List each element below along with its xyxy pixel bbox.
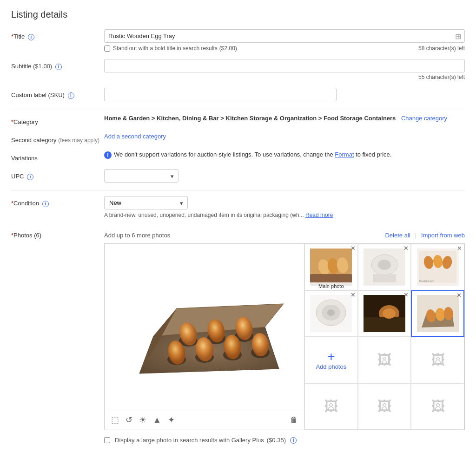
condition-content: New Used For parts or not working A bran…: [104, 196, 465, 218]
thumb-grid: ✕ Main photo ✕: [304, 244, 464, 430]
variations-content: i We don't support variations for auctio…: [104, 151, 465, 159]
add-photos-plus-icon: +: [327, 350, 335, 363]
empty-thumb-1[interactable]: 🖼: [358, 337, 411, 383]
second-category-row: Second category (fees may apply) Add a s…: [11, 133, 465, 144]
bold-title-text: Stand out with a bold title in search re…: [113, 45, 218, 52]
empty-thumb-icon-2: 🖼: [431, 352, 445, 368]
empty-thumb-3[interactable]: 🖼: [304, 383, 358, 430]
photos-row: *Photos (6) Add up to 6 more photos Dele…: [11, 232, 465, 444]
title-row: *Title i ⊞ Stand out with a bold title i…: [11, 29, 465, 52]
svg-point-40: [383, 308, 396, 319]
bold-title-cost: ($2.00): [219, 45, 237, 52]
brightness-tool-icon[interactable]: ☀: [139, 415, 146, 425]
category-content: Home & Garden > Kitchen, Dining & Bar > …: [104, 115, 465, 122]
category-row: *Category Home & Garden > Kitchen, Dinin…: [11, 115, 465, 125]
contrast-tool-icon[interactable]: ▲: [153, 415, 161, 425]
empty-thumb-5[interactable]: 🖼: [411, 383, 464, 430]
gallery-plus-checkbox[interactable]: [104, 437, 110, 443]
thumb-remove-4[interactable]: ✕: [350, 292, 356, 298]
thumb-remove-3[interactable]: ✕: [457, 245, 462, 251]
custom-label-text: Custom label (SKU): [11, 92, 65, 98]
thumb-cell-6[interactable]: ✕: [411, 290, 464, 337]
photos-header-right: Delete all | Import from web: [385, 232, 465, 239]
title-icon: ⊞: [455, 32, 461, 40]
bold-title-checkbox[interactable]: [104, 46, 110, 52]
thumb-cell-1[interactable]: ✕ Main photo: [304, 244, 358, 290]
variations-note: i We don't support variations for auctio…: [104, 151, 465, 159]
main-photo-cell: ⬚ ↺ ☀ ▲ ✦ 🗑: [105, 244, 304, 430]
variations-format-link[interactable]: Format: [335, 151, 354, 158]
custom-label-input[interactable]: [104, 88, 337, 101]
second-category-content: Add a second category: [104, 133, 465, 140]
change-category-link[interactable]: Change category: [401, 115, 447, 122]
title-label: *Title i: [11, 29, 104, 40]
rotate-tool-icon[interactable]: ↺: [126, 415, 132, 425]
title-input[interactable]: [104, 29, 465, 43]
add-second-category-link[interactable]: Add a second category: [104, 133, 166, 140]
title-info-icon[interactable]: i: [28, 34, 34, 40]
main-photo-img-area: [105, 244, 304, 410]
empty-thumb-2[interactable]: 🖼: [411, 337, 464, 383]
photos-count: (6): [34, 232, 41, 239]
thumb-remove-2[interactable]: ✕: [403, 245, 409, 251]
condition-note: A brand-new, unused, unopened, undamaged…: [104, 212, 465, 218]
magic-tool-icon[interactable]: ✦: [168, 415, 175, 425]
main-photo-svg: [116, 262, 293, 392]
thumb-img-4: [310, 295, 352, 332]
import-from-web-link[interactable]: Import from web: [421, 232, 465, 239]
thumb-img-6: [417, 295, 459, 332]
photos-header: Add up to 6 more photos Delete all | Imp…: [104, 232, 465, 239]
empty-thumb-4[interactable]: 🖼: [358, 383, 411, 430]
subtitle-row: Subtitle ($1.00) i 55 character(s) left: [11, 59, 465, 80]
subtitle-info-icon[interactable]: i: [55, 64, 62, 70]
gallery-plus-info-icon[interactable]: i: [290, 437, 297, 444]
upc-row: UPC i Does not apply Enter UPC: [11, 169, 465, 183]
second-category-note: (fees may apply): [58, 137, 99, 144]
subtitle-input[interactable]: [104, 59, 465, 72]
delete-tool-icon[interactable]: 🗑: [290, 416, 298, 424]
thumb-cell-2[interactable]: ✕: [358, 244, 411, 290]
svg-point-25: [378, 260, 391, 270]
thumb-remove-5[interactable]: ✕: [403, 292, 409, 298]
photos-grid-wrapper: ⬚ ↺ ☀ ▲ ✦ 🗑 ✕: [104, 243, 465, 430]
upc-select[interactable]: Does not apply Enter UPC: [104, 169, 178, 183]
empty-thumb-icon-3: 🖼: [324, 399, 338, 414]
subtitle-label-text: Subtitle: [11, 63, 31, 70]
photos-label: *Photos (6): [11, 232, 104, 239]
subtitle-field-content: 55 character(s) left: [104, 59, 465, 80]
add-photos-cell[interactable]: + Add photos: [304, 337, 358, 383]
add-photos-label: Add photos: [316, 363, 346, 370]
thumb-img-1: [310, 249, 352, 286]
delete-all-link[interactable]: Delete all: [385, 232, 410, 239]
condition-select-wrapper: New Used For parts or not working: [104, 196, 188, 209]
gallery-plus-cost: ($0.35): [267, 437, 286, 444]
thumb-remove-6[interactable]: ✕: [456, 292, 462, 298]
variations-info-icon: i: [104, 151, 112, 159]
thumb-cell-4[interactable]: ✕: [304, 290, 358, 337]
condition-label: *Condition i: [11, 196, 104, 207]
empty-thumb-icon-5: 🖼: [431, 399, 445, 414]
thumb-remove-1[interactable]: ✕: [350, 245, 356, 251]
svg-point-36: [327, 309, 335, 316]
add-more-photos-text: Add up to 6 more photos: [104, 232, 170, 239]
condition-read-more-link[interactable]: Read more: [305, 212, 333, 218]
thumb-img-5: [364, 295, 405, 332]
category-path: Home & Garden > Kitchen, Dining & Bar > …: [104, 115, 396, 122]
variations-note-text: We don't support variations for auction-…: [114, 151, 391, 158]
upc-select-wrapper: Does not apply Enter UPC: [104, 169, 178, 183]
second-category-label: Second category (fees may apply): [11, 133, 104, 144]
title-input-wrapper: ⊞: [104, 29, 465, 43]
variations-label: Variations: [11, 151, 104, 162]
condition-info-icon[interactable]: i: [42, 201, 49, 207]
title-char-count: 58 character(s) left: [418, 45, 465, 52]
svg-rect-26: [373, 274, 396, 282]
upc-info-icon[interactable]: i: [27, 174, 33, 180]
thumb-cell-5[interactable]: ✕: [358, 290, 411, 337]
condition-row: *Condition i New Used For parts or not w…: [11, 196, 465, 218]
thumb-cell-3[interactable]: ✕ Product info: [411, 244, 464, 290]
empty-thumb-icon-1: 🖼: [377, 352, 391, 368]
crop-tool-icon[interactable]: ⬚: [111, 415, 119, 425]
condition-select[interactable]: New Used For parts or not working: [104, 196, 188, 209]
custom-label-info-icon[interactable]: i: [68, 92, 74, 99]
pipe-separator: |: [415, 232, 416, 239]
